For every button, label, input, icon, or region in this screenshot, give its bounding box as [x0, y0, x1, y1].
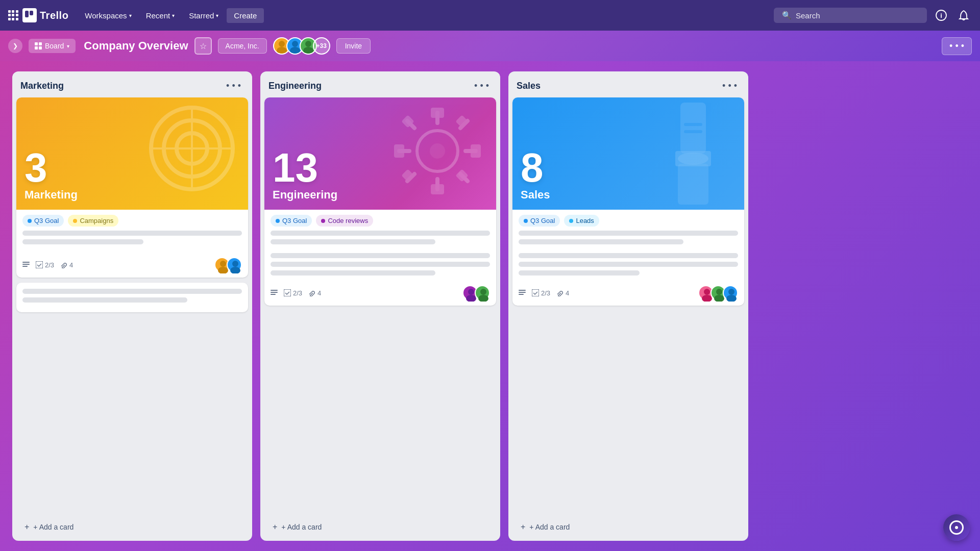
column-menu-button-marketing[interactable]: • • • — [223, 80, 244, 92]
card-marketing-1[interactable]: 3 Marketing Q3 Goal Campaigns — [16, 97, 248, 278]
svg-text:i: i — [940, 12, 942, 19]
svg-rect-40 — [680, 103, 706, 154]
column-menu-button-engineering[interactable]: • • • — [471, 80, 492, 92]
search-label: Search — [796, 11, 820, 20]
svg-point-39 — [478, 295, 488, 302]
skeleton-line — [22, 289, 242, 294]
avatar — [723, 285, 738, 300]
tag-q3goal: Q3 Goal — [22, 215, 64, 227]
info-button[interactable]: i — [933, 7, 949, 23]
svg-rect-30 — [401, 169, 414, 182]
card-body-marketing-1: Q3 Goal Campaigns — [16, 210, 248, 253]
svg-point-43 — [678, 153, 708, 165]
tag-dot — [321, 219, 325, 223]
collapse-sidebar-button[interactable]: ❯ — [8, 39, 22, 53]
svg-point-50 — [704, 289, 710, 295]
tag-code-reviews: Code reviews — [316, 215, 373, 227]
chevron-down-icon: ▾ — [129, 13, 132, 18]
card-cover-sales: 8 Sales — [512, 97, 744, 210]
skeleton-line — [22, 231, 242, 236]
skeleton-line — [519, 253, 738, 258]
attachment-icon: 4 — [556, 289, 569, 297]
card-assignees-marketing-1 — [214, 257, 242, 272]
description-icon — [519, 290, 526, 296]
add-card-button-sales[interactable]: + + Add a card — [512, 517, 744, 537]
svg-rect-46 — [519, 290, 526, 291]
svg-point-4 — [279, 41, 285, 47]
svg-rect-44 — [684, 123, 702, 126]
card-assignees-engineering-1 — [462, 285, 490, 300]
watermark — [943, 514, 970, 541]
plus-icon: + — [24, 522, 29, 532]
board-view-button[interactable]: Board ▾ — [29, 39, 76, 53]
column-header-marketing: Marketing • • • — [12, 71, 252, 97]
attachment-icon: 4 — [60, 261, 73, 269]
svg-rect-48 — [519, 294, 524, 295]
column-header-engineering: Engineering • • • — [260, 71, 500, 97]
svg-rect-33 — [271, 292, 278, 293]
workspace-chip[interactable]: Acme, Inc. — [218, 38, 267, 54]
svg-rect-32 — [271, 290, 278, 291]
board-more-button[interactable]: • • • — [942, 37, 972, 55]
column-sales: Sales • • • 8 Sales — [508, 71, 748, 541]
card-cover-engineering: 13 Engineering — [264, 97, 496, 210]
nav-starred[interactable]: Starred ▾ — [183, 8, 225, 23]
tag-dot — [73, 219, 77, 223]
card-body-sales-1: Q3 Goal Leads — [512, 210, 744, 253]
card-body-engineering-1: Q3 Goal Code reviews — [264, 210, 496, 253]
svg-rect-47 — [519, 292, 526, 293]
main-nav: Workspaces ▾ Recent ▾ Starred ▾ Create — [79, 8, 264, 23]
column-menu-button-sales[interactable]: • • • — [719, 80, 740, 92]
column-title-sales: Sales — [517, 81, 541, 91]
svg-rect-45 — [684, 130, 702, 133]
skeleton-line — [519, 262, 738, 267]
nav-workspaces[interactable]: Workspaces ▾ — [79, 8, 137, 23]
avatar-overflow-count[interactable]: +33 — [313, 37, 330, 55]
create-button[interactable]: Create — [227, 8, 264, 23]
tag-q3goal: Q3 Goal — [519, 215, 560, 227]
search-icon: 🔍 — [782, 11, 792, 20]
avatar — [475, 285, 490, 300]
svg-rect-16 — [22, 264, 30, 265]
header-right: 🔍 Search i — [774, 7, 972, 23]
svg-point-6 — [292, 41, 298, 47]
card-sales-1[interactable]: 8 Sales Q3 Goal Leads — [512, 97, 744, 306]
logo[interactable]: Trello — [22, 8, 68, 22]
svg-rect-29 — [455, 115, 468, 128]
svg-point-37 — [466, 295, 476, 302]
checklist-icon: 2/3 — [284, 289, 302, 297]
column-header-sales: Sales • • • — [508, 71, 748, 97]
skeleton-line — [519, 231, 738, 236]
tag-leads: Leads — [564, 215, 599, 227]
card-footer-sales-1: 2/3 4 — [512, 281, 744, 306]
board-members: +33 — [273, 37, 330, 55]
card-marketing-2[interactable] — [16, 283, 248, 312]
svg-point-20 — [218, 267, 228, 273]
plus-icon: + — [273, 522, 277, 532]
tag-dot — [28, 219, 32, 223]
skeleton-line — [271, 231, 490, 236]
svg-rect-15 — [22, 262, 30, 263]
svg-rect-35 — [284, 289, 291, 296]
star-board-button[interactable]: ☆ — [194, 37, 212, 55]
tag-dot — [276, 219, 280, 223]
skeleton-line — [519, 239, 683, 244]
tag-dot — [524, 219, 528, 223]
flashlight-icon — [652, 103, 734, 210]
svg-rect-26 — [394, 144, 404, 158]
add-card-button-marketing[interactable]: + + Add a card — [16, 517, 248, 537]
notifications-button[interactable] — [955, 7, 972, 23]
invite-button[interactable]: Invite — [336, 38, 371, 54]
svg-rect-0 — [25, 11, 29, 17]
nav-recent[interactable]: Recent ▾ — [140, 8, 181, 23]
page-title: Company Overview — [84, 39, 188, 53]
add-card-button-engineering[interactable]: + + Add a card — [264, 517, 496, 537]
apps-menu-icon[interactable] — [8, 10, 18, 20]
svg-point-9 — [303, 47, 313, 54]
checklist-icon: 2/3 — [532, 289, 550, 297]
plus-icon: + — [521, 522, 525, 532]
skeleton-line — [22, 239, 143, 244]
search-bar[interactable]: 🔍 Search — [774, 8, 927, 23]
card-tags-engineering-1: Q3 Goal Code reviews — [271, 215, 490, 227]
card-engineering-1[interactable]: 13 Engineering Q3 Goal Code reviews — [264, 97, 496, 306]
